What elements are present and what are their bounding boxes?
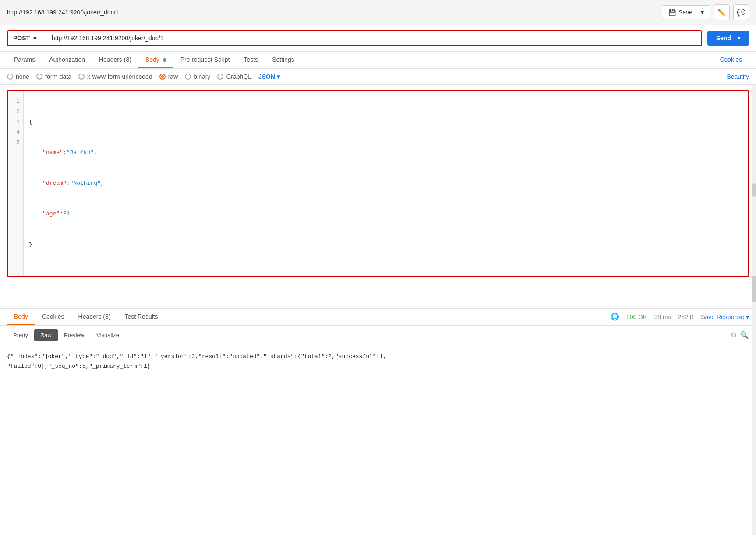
editor-scrollbar[interactable] <box>752 85 756 282</box>
body-options: none form-data x-www-form-urlencoded raw… <box>0 69 756 85</box>
method-label: POST <box>13 35 30 42</box>
save-disk-icon: 💾 <box>668 9 676 16</box>
radio-none[interactable] <box>7 74 13 80</box>
url-input[interactable] <box>46 31 701 45</box>
save-button[interactable]: 💾 Save ▾ <box>662 5 710 19</box>
window-url: http://192.168.199.241:9200/joker/_doc/1 <box>7 9 119 16</box>
pencil-icon: ✏️ <box>717 8 726 17</box>
radio-raw[interactable] <box>159 74 166 80</box>
response-format-actions: ⧉ 🔍 <box>731 331 749 339</box>
status-time: 38 ms <box>654 313 671 320</box>
response-tabs-bar: Body Cookies Headers (3) Test Results 🌐 … <box>0 309 756 326</box>
fmt-tab-visualize[interactable]: Visualize <box>90 329 125 341</box>
response-line-2: "failed":0},"_seq_no":5,"_primary_term":… <box>7 363 151 370</box>
line-num-3: 3 <box>11 117 20 127</box>
response-tab-headers[interactable]: Headers (3) <box>71 309 118 325</box>
copy-icon[interactable]: ⧉ <box>731 331 736 339</box>
request-tabs: Params Authorization Headers (8) Body Pr… <box>0 52 756 69</box>
response-line-1: {"_index":"joker","_type":"_doc","_id":"… <box>7 353 386 360</box>
fmt-tab-raw[interactable]: Raw <box>34 329 58 341</box>
body-active-dot <box>163 58 166 62</box>
save-response-button[interactable]: Save Response ▾ <box>701 313 749 320</box>
tab-settings[interactable]: Settings <box>265 52 301 68</box>
option-graphql[interactable]: GraphQL <box>217 73 251 80</box>
code-line-4: "age":31 <box>29 209 743 219</box>
title-bar: http://192.168.199.241:9200/joker/_doc/1… <box>0 0 756 25</box>
response-body: {"_index":"joker","_type":"_doc","_id":"… <box>0 345 756 378</box>
option-raw[interactable]: raw <box>159 73 178 80</box>
line-num-2: 2 <box>11 106 20 116</box>
edit-icon-button[interactable]: ✏️ <box>714 4 730 20</box>
tab-cookies[interactable]: Cookies <box>713 52 749 68</box>
editor-scrollbar-thumb[interactable] <box>752 183 756 197</box>
send-button[interactable]: Send ▾ <box>707 31 749 46</box>
send-label: Send <box>716 35 731 42</box>
code-content[interactable]: { "name":"BatMan", "dream":"Nothing", "a… <box>24 91 748 276</box>
tab-tests[interactable]: Tests <box>237 52 265 68</box>
code-line-2: "name":"BatMan", <box>29 148 743 158</box>
radio-urlencoded[interactable] <box>78 74 85 80</box>
response-status-bar: 🌐 200 OK 38 ms 252 B Save Response ▾ <box>611 313 749 321</box>
globe-icon: 🌐 <box>611 313 619 321</box>
code-editor-section: 1 2 3 4 5 { "name":"BatMan", "dream":"No… <box>0 85 756 282</box>
fmt-tab-preview[interactable]: Preview <box>58 329 90 341</box>
line-num-5: 5 <box>11 137 20 148</box>
radio-form-data[interactable] <box>36 74 42 80</box>
status-size: 252 B <box>678 313 694 320</box>
response-body-text[interactable]: {"_index":"joker","_type":"_doc","_id":"… <box>7 352 749 371</box>
send-dropdown-arrow[interactable]: ▾ <box>734 35 740 41</box>
method-select[interactable]: POST ▾ <box>7 30 46 46</box>
code-highlight-wrapper: 1 2 3 4 5 { "name":"BatMan", "dream":"No… <box>7 90 749 277</box>
tab-authorization[interactable]: Authorization <box>42 52 92 68</box>
option-none[interactable]: none <box>7 73 29 80</box>
code-line-5: } <box>29 239 743 250</box>
option-urlencoded[interactable]: x-www-form-urlencoded <box>78 73 152 80</box>
option-binary[interactable]: binary <box>185 73 210 80</box>
line-num-4: 4 <box>11 127 20 137</box>
comment-icon-button[interactable]: 💬 <box>733 4 749 20</box>
code-line-3: "dream":"Nothing", <box>29 178 743 188</box>
tab-body[interactable]: Body <box>138 52 173 68</box>
tab-headers[interactable]: Headers (8) <box>92 52 138 68</box>
code-line-1: { <box>29 117 743 127</box>
json-format-arrow: ▾ <box>277 73 280 80</box>
response-tab-cookies[interactable]: Cookies <box>35 309 71 325</box>
line-numbers: 1 2 3 4 5 <box>8 91 24 276</box>
radio-graphql[interactable] <box>217 74 223 80</box>
save-dropdown-arrow[interactable]: ▾ <box>697 9 704 16</box>
save-label: Save <box>678 9 692 16</box>
save-response-arrow: ▾ <box>746 313 749 320</box>
radio-binary[interactable] <box>185 74 191 80</box>
response-format-tabs: Pretty Raw Preview Visualize ⧉ 🔍 <box>0 326 756 345</box>
url-input-wrapper <box>46 30 702 46</box>
tab-prerequest[interactable]: Pre-request Script <box>173 52 237 68</box>
beautify-button[interactable]: Beautify <box>727 73 749 80</box>
line-num-1: 1 <box>11 96 20 106</box>
method-dropdown-arrow: ▾ <box>33 35 36 42</box>
request-bar: POST ▾ Send ▾ <box>0 25 756 52</box>
status-ok: 200 OK <box>626 313 647 320</box>
search-icon[interactable]: 🔍 <box>740 331 749 339</box>
comment-icon: 💬 <box>737 8 745 17</box>
json-format-select[interactable]: JSON ▾ <box>258 73 280 80</box>
title-bar-actions: 💾 Save ▾ ✏️ 💬 <box>662 4 749 20</box>
tab-params[interactable]: Params <box>7 52 42 68</box>
option-form-data[interactable]: form-data <box>36 73 71 80</box>
response-tab-body[interactable]: Body <box>7 309 35 325</box>
response-tab-test-results[interactable]: Test Results <box>117 309 165 325</box>
response-scrollbar-thumb[interactable] <box>752 276 756 302</box>
editor-empty-space <box>0 282 756 309</box>
fmt-tab-pretty[interactable]: Pretty <box>7 329 34 341</box>
response-scrollbar-track[interactable] <box>752 271 756 378</box>
